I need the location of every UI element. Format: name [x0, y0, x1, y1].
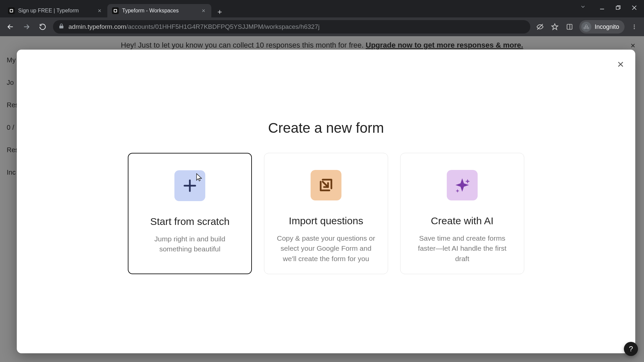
- option-start-from-scratch[interactable]: Start from scratch Jump right in and bui…: [128, 153, 252, 274]
- option-desc: Save time and create forms faster—let AI…: [411, 233, 513, 264]
- window-maximize-button[interactable]: [610, 2, 626, 13]
- option-title: Create with AI: [431, 215, 494, 227]
- tab-title: Typeform - Workspaces: [122, 8, 197, 14]
- option-create-with-ai[interactable]: Create with AI Save time and create form…: [400, 153, 524, 274]
- incognito-icon: [581, 22, 591, 32]
- url-text: admin.typeform.com/accounts/01HHF5H1G4R7…: [68, 23, 320, 31]
- favicon-icon: [112, 7, 119, 14]
- tab-workspaces[interactable]: Typeform - Workspaces ×: [107, 4, 211, 17]
- eye-off-icon[interactable]: [535, 22, 545, 32]
- install-app-icon[interactable]: [565, 22, 575, 32]
- tab-close-button[interactable]: ×: [200, 7, 207, 14]
- address-bar[interactable]: admin.typeform.com/accounts/01HHF5H1G4R7…: [53, 20, 530, 34]
- kebab-menu-icon[interactable]: [629, 22, 639, 32]
- window-close-button[interactable]: [627, 2, 642, 13]
- sparkle-icon: [447, 170, 478, 200]
- tabs-dropdown-icon[interactable]: [578, 2, 588, 11]
- option-import-questions[interactable]: Import questions Copy & paste your quest…: [264, 153, 388, 274]
- lock-icon: [58, 23, 64, 31]
- svg-marker-7: [552, 24, 558, 29]
- option-desc: Jump right in and build something beauti…: [139, 234, 240, 254]
- modal-close-button[interactable]: ×: [617, 58, 624, 70]
- window-minimize-button[interactable]: [594, 2, 610, 13]
- forward-button[interactable]: [21, 21, 32, 33]
- tab-close-button[interactable]: ×: [96, 7, 103, 14]
- bookmark-star-icon[interactable]: [550, 22, 560, 32]
- tab-strip: Sign up FREE | Typeform × Typeform - Wor…: [0, 0, 644, 17]
- modal-title: Create a new form: [268, 120, 384, 136]
- tab-signup[interactable]: Sign up FREE | Typeform ×: [3, 4, 107, 17]
- tab-title: Sign up FREE | Typeform: [18, 8, 93, 14]
- back-button[interactable]: [5, 21, 16, 33]
- favicon-icon: [8, 7, 15, 14]
- create-form-modal: × Create a new form Start from scratch J…: [17, 50, 635, 353]
- plus-icon: [174, 170, 205, 201]
- url-host: admin.typeform.com: [68, 23, 126, 30]
- svg-rect-1: [616, 6, 619, 9]
- option-cards: Start from scratch Jump right in and bui…: [128, 153, 524, 274]
- help-label: ?: [629, 345, 633, 353]
- svg-point-12: [634, 26, 635, 27]
- profile-label: Incognito: [595, 23, 619, 31]
- page-body: Hey! Just to let you know you can collec…: [0, 36, 644, 362]
- profile-incognito-button[interactable]: Incognito: [579, 20, 625, 34]
- url-path: /accounts/01HHF5H1G4R7KBDFPQ5YSJJMPM/wor…: [126, 23, 320, 30]
- new-tab-button[interactable]: ＋: [214, 6, 225, 17]
- import-icon: [311, 170, 341, 200]
- option-desc: Copy & paste your questions or select yo…: [275, 233, 377, 264]
- reload-button[interactable]: [37, 21, 48, 33]
- option-title: Import questions: [289, 215, 363, 227]
- option-title: Start from scratch: [150, 216, 230, 227]
- help-button[interactable]: ?: [624, 342, 638, 356]
- svg-point-13: [634, 28, 635, 29]
- svg-point-11: [634, 24, 635, 25]
- browser-toolbar: admin.typeform.com/accounts/01HHF5H1G4R7…: [0, 17, 644, 36]
